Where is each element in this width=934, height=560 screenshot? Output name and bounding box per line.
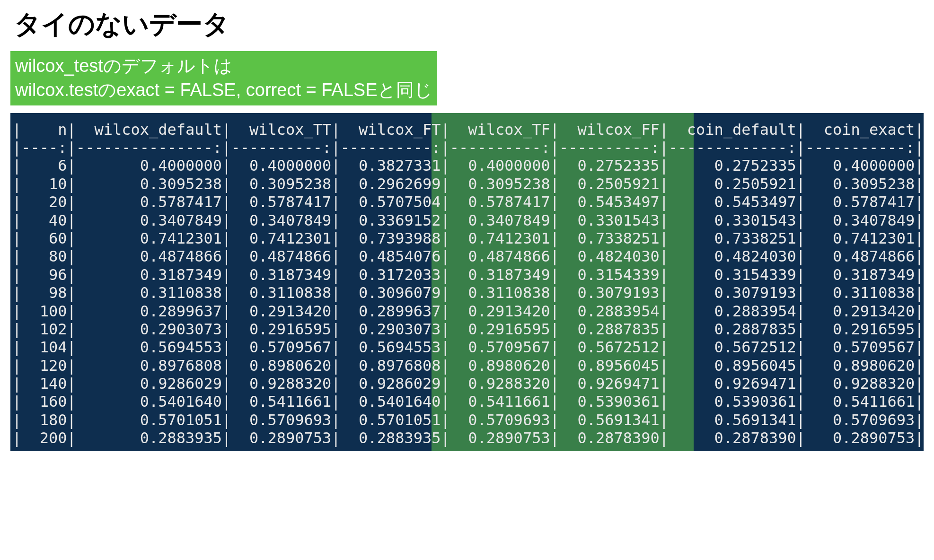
subtitle-highlight: wilcox_testのデフォルトは wilcox.testのexact = F… bbox=[10, 51, 437, 105]
subtitle-line-2: wilcox.testのexact = FALSE, correct = FAL… bbox=[15, 80, 432, 100]
code-output-block: | n| wilcox_default| wilcox_TT| wilcox_F… bbox=[10, 113, 924, 451]
slide-title: タイのないデータ bbox=[0, 0, 934, 51]
subtitle-line-1: wilcox_testのデフォルトは bbox=[15, 56, 232, 76]
markdown-table: | n| wilcox_default| wilcox_TT| wilcox_F… bbox=[12, 121, 922, 447]
